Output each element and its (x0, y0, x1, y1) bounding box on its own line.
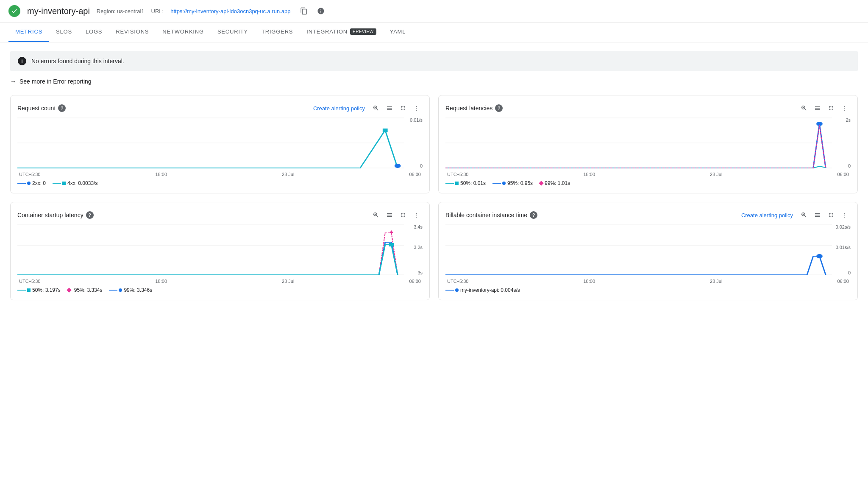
svg-point-17 (816, 254, 823, 258)
tab-metrics[interactable]: METRICS (8, 22, 49, 42)
svg-rect-13 (389, 243, 394, 246)
billable-container-y-top: 0.02s/s (836, 224, 851, 229)
chart-billable-container-header: Billable container instance time ? Creat… (445, 209, 851, 221)
tab-yaml[interactable]: YAML (383, 22, 413, 42)
request-count-x-axis: UTC+5:30 18:00 28 Jul 06:00 (17, 172, 423, 177)
container-startup-y-mid: 3.2s (414, 245, 423, 250)
legend-2xx: 2xx: 0 (17, 180, 46, 186)
chart-request-count: Request count ? Create alerting policy ⋮ (10, 95, 430, 193)
request-count-more-icon[interactable]: ⋮ (411, 102, 423, 114)
preview-badge: PREVIEW (350, 28, 376, 35)
container-startup-zoom-icon[interactable] (370, 209, 382, 221)
billable-container-create-alert-link[interactable]: Create alerting policy (741, 212, 793, 218)
request-latencies-legend-icon[interactable] (812, 102, 823, 114)
arrow-right-icon: → (10, 78, 16, 85)
container-startup-chart-area: 3.4s 3.2s 3s (17, 224, 423, 275)
chart-billable-container: Billable container instance time ? Creat… (438, 202, 858, 300)
request-count-legend-icon[interactable] (384, 102, 395, 114)
error-banner-text: No errors found during this interval. (31, 58, 124, 64)
container-startup-y-bottom: 3s (417, 270, 423, 275)
svg-marker-12 (389, 230, 393, 233)
header: my-inventory-api Region: us-central1 URL… (0, 0, 868, 22)
request-latencies-zoom-icon[interactable] (798, 102, 810, 114)
info-button[interactable] (314, 4, 328, 18)
tabs-bar: METRICS SLOS LOGS REVISIONS NETWORKING S… (0, 22, 868, 42)
charts-grid: Request count ? Create alerting policy ⋮ (10, 95, 858, 300)
request-latencies-help-icon[interactable]: ? (495, 104, 503, 112)
error-reporting-link[interactable]: → See more in Error reporting (10, 78, 858, 85)
tab-logs[interactable]: LOGS (79, 22, 109, 42)
status-icon (8, 5, 20, 17)
service-url-link[interactable]: https://my-inventory-api-ido3ocn3pq-uc.a… (170, 8, 290, 14)
header-icons (297, 4, 328, 18)
request-count-help-icon[interactable]: ? (58, 104, 66, 112)
legend-billable-api: my-inventory-api: 0.004s/s (445, 287, 520, 293)
region-label: Region: us-central1 (97, 8, 145, 14)
request-latencies-fullscreen-icon[interactable] (825, 102, 837, 114)
billable-container-zoom-icon[interactable] (798, 209, 810, 221)
request-latencies-y-top: 2s (846, 117, 851, 123)
request-count-y-top: 0.01/s (410, 117, 423, 123)
chart-request-latencies-title: Request latencies (445, 105, 492, 112)
chart-request-latencies-header: Request latencies ? ⋮ (445, 102, 851, 114)
billable-container-legend: my-inventory-api: 0.004s/s (445, 287, 851, 293)
request-latencies-more-icon[interactable]: ⋮ (839, 102, 851, 114)
service-name: my-inventory-api (27, 6, 90, 16)
container-startup-legend: 50%: 3.197s 95%: 3.334s 99%: 3.346s (17, 287, 423, 293)
legend-50pct: 50%: 0.01s (445, 180, 486, 186)
billable-container-y-mid: 0.01s/s (836, 245, 851, 250)
tab-security[interactable]: SECURITY (211, 22, 255, 42)
request-count-zoom-icon[interactable] (370, 102, 382, 114)
url-label: URL: (151, 8, 164, 14)
tab-slos[interactable]: SLOS (49, 22, 79, 42)
legend-startup-99pct: 99%: 3.346s (109, 287, 152, 293)
tab-networking[interactable]: NETWORKING (156, 22, 211, 42)
request-count-fullscreen-icon[interactable] (397, 102, 409, 114)
legend-4xx: 4xx: 0.0033/s (53, 180, 97, 186)
request-count-y-bottom: 0 (420, 163, 423, 168)
container-startup-more-icon[interactable]: ⋮ (411, 209, 423, 221)
chart-request-latencies: Request latencies ? ⋮ 2s (438, 95, 858, 193)
request-latencies-chart-area: 2s 0 (445, 117, 851, 168)
billable-container-more-icon[interactable]: ⋮ (839, 209, 851, 221)
main-content: i No errors found during this interval. … (0, 42, 868, 309)
billable-container-y-bottom: 0 (848, 270, 851, 275)
legend-95pct: 95%: 0.95s (492, 180, 533, 186)
billable-container-help-icon[interactable]: ? (530, 211, 537, 219)
container-startup-legend-icon[interactable] (384, 209, 395, 221)
billable-container-legend-icon[interactable] (812, 209, 823, 221)
request-latencies-legend: 50%: 0.01s 95%: 0.95s 99%: 1.01s (445, 180, 851, 186)
chart-billable-container-title: Billable container instance time (445, 212, 527, 218)
container-startup-fullscreen-icon[interactable] (397, 209, 409, 221)
container-startup-x-axis: UTC+5:30 18:00 28 Jul 06:00 (17, 279, 423, 284)
request-count-legend: 2xx: 0 4xx: 0.0033/s (17, 180, 423, 186)
tab-revisions[interactable]: REVISIONS (109, 22, 156, 42)
chart-container-startup-title: Container startup latency (17, 212, 83, 218)
copy-button[interactable] (297, 4, 311, 18)
legend-99pct: 99%: 1.01s (540, 180, 570, 186)
legend-startup-95pct: 95%: 3.334s (67, 287, 103, 293)
request-latencies-y-bottom: 0 (848, 163, 851, 168)
error-reporting-text: See more in Error reporting (19, 78, 92, 85)
error-banner: i No errors found during this interval. (10, 51, 858, 71)
request-latencies-x-axis: UTC+5:30 18:00 28 Jul 06:00 (445, 172, 851, 177)
billable-container-x-axis: UTC+5:30 18:00 28 Jul 06:00 (445, 279, 851, 284)
tab-integration[interactable]: INTEGRATION PREVIEW (300, 22, 383, 42)
chart-container-startup-latency: Container startup latency ? ⋮ (10, 202, 430, 300)
svg-point-4 (395, 164, 401, 168)
container-startup-help-icon[interactable]: ? (86, 211, 94, 219)
svg-rect-3 (383, 129, 388, 132)
billable-container-chart-area: 0.02s/s 0.01s/s 0 (445, 224, 851, 275)
banner-info-icon: i (18, 57, 26, 65)
container-startup-y-top: 3.4s (414, 224, 423, 229)
request-count-chart-area: 0.01/s 0 (17, 117, 423, 168)
request-count-create-alert-link[interactable]: Create alerting policy (313, 105, 365, 112)
tab-triggers[interactable]: TRIGGERS (255, 22, 300, 42)
chart-container-startup-header: Container startup latency ? ⋮ (17, 209, 423, 221)
chart-request-count-title: Request count (17, 105, 56, 112)
chart-request-count-header: Request count ? Create alerting policy ⋮ (17, 102, 423, 114)
billable-container-fullscreen-icon[interactable] (825, 209, 837, 221)
legend-startup-50pct: 50%: 3.197s (17, 287, 61, 293)
